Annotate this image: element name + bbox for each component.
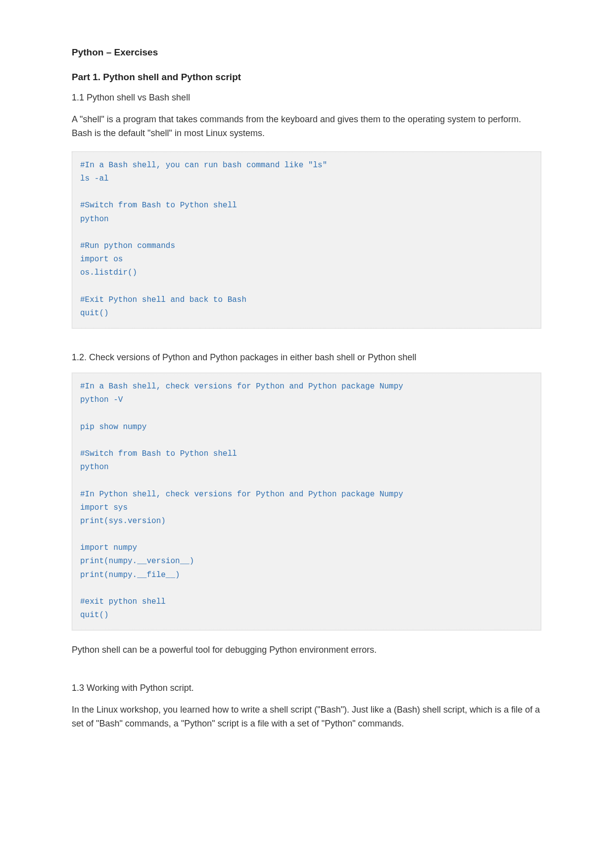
code-line bbox=[80, 407, 533, 420]
code-line bbox=[80, 582, 533, 595]
section-1-2-outro: Python shell can be a powerful tool for … bbox=[72, 643, 541, 657]
document-title: Python – Exercises bbox=[72, 47, 541, 58]
section-1-2-heading: 1.2. Check versions of Python and Python… bbox=[72, 352, 541, 363]
code-line bbox=[80, 474, 533, 487]
code-line: import numpy bbox=[80, 541, 533, 555]
code-line: quit() bbox=[80, 609, 533, 622]
code-line: python -V bbox=[80, 393, 533, 407]
code-line: print(sys.version) bbox=[80, 515, 533, 528]
spacer bbox=[72, 668, 541, 683]
code-line: import sys bbox=[80, 501, 533, 515]
part1-heading: Part 1. Python shell and Python script bbox=[72, 72, 541, 83]
page: Python – Exercises Part 1. Python shell … bbox=[0, 0, 613, 772]
code-block-1: #In a Bash shell, you can run bash comma… bbox=[72, 151, 541, 329]
code-line: os.listdir() bbox=[80, 266, 533, 280]
section-1-3-heading: 1.3 Working with Python script. bbox=[72, 683, 541, 693]
code-line bbox=[80, 186, 533, 199]
code-line: pip show numpy bbox=[80, 421, 533, 434]
section-1-3-para: In the Linux workshop, you learned how t… bbox=[72, 703, 541, 731]
code-line: print(numpy.__version__) bbox=[80, 555, 533, 568]
code-line: python bbox=[80, 213, 533, 226]
code-line: #In a Bash shell, you can run bash comma… bbox=[80, 159, 533, 172]
code-line bbox=[80, 226, 533, 240]
code-block-2: #In a Bash shell, check versions for Pyt… bbox=[72, 373, 541, 630]
code-line bbox=[80, 280, 533, 293]
code-line: import os bbox=[80, 253, 533, 266]
code-line: print(numpy.__file__) bbox=[80, 569, 533, 582]
code-line: quit() bbox=[80, 307, 533, 320]
code-line: #Exit Python shell and back to Bash bbox=[80, 293, 533, 307]
code-line bbox=[80, 528, 533, 541]
code-line bbox=[80, 434, 533, 447]
code-line: #In Python shell, check versions for Pyt… bbox=[80, 488, 533, 501]
section-1-1-intro: A "shell" is a program that takes comman… bbox=[72, 113, 541, 141]
code-line: python bbox=[80, 461, 533, 474]
code-line: #exit python shell bbox=[80, 595, 533, 609]
code-line: #Switch from Bash to Python shell bbox=[80, 199, 533, 212]
code-line: #Switch from Bash to Python shell bbox=[80, 447, 533, 461]
code-line: #In a Bash shell, check versions for Pyt… bbox=[80, 380, 533, 393]
code-line: #Run python commands bbox=[80, 240, 533, 253]
section-1-1-heading: 1.1 Python shell vs Bash shell bbox=[72, 93, 541, 103]
code-line: ls -al bbox=[80, 172, 533, 186]
